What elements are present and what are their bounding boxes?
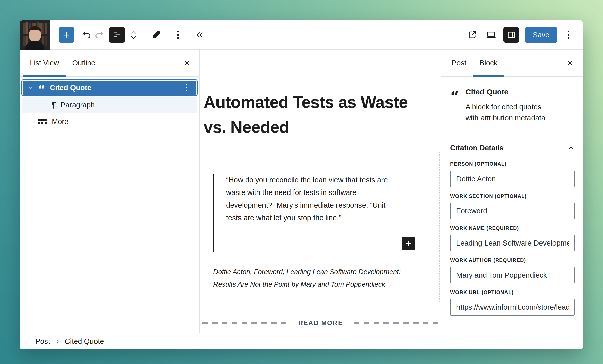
read-more-block[interactable]: READ MORE xyxy=(202,319,439,327)
undo-button[interactable] xyxy=(80,27,93,43)
post-title[interactable]: Automated Tests as Waste vs. Needed xyxy=(204,90,440,140)
block-info-card: “ Cited Quote A block for cited quotes w… xyxy=(441,77,583,135)
breadcrumb-post[interactable]: Post xyxy=(35,337,50,346)
read-more-dashes-right xyxy=(354,322,439,324)
close-sidebar-button[interactable] xyxy=(564,55,576,71)
block-tree: “ Cited Quote ¶ Paragraph More xyxy=(20,77,199,129)
citation-text[interactable]: Dottie Acton, Foreword, Leading Lean Sof… xyxy=(213,265,429,291)
breadcrumb-bar: Post › Cited Quote xyxy=(20,333,583,349)
list-view-icon xyxy=(112,30,122,40)
close-list-view-button[interactable] xyxy=(181,55,193,71)
paragraph-icon: ¶ xyxy=(52,100,56,110)
toolbar-separator xyxy=(188,28,188,42)
toolbar-separator xyxy=(145,28,145,42)
undo-icon xyxy=(82,30,92,40)
avatar-photo xyxy=(20,20,50,50)
tree-item-options-button[interactable] xyxy=(181,80,192,95)
field-label: WORK SECTION (OPTIONAL) xyxy=(450,193,575,199)
tab-block[interactable]: Block xyxy=(473,50,504,76)
move-up-icon xyxy=(130,30,137,34)
citation-details-panel-header[interactable]: Citation Details xyxy=(441,135,583,155)
tab-post[interactable]: Post xyxy=(445,50,473,76)
tree-item-more[interactable]: More xyxy=(22,114,197,129)
pencil-icon xyxy=(151,30,161,40)
toolbar-left-group: + xyxy=(50,27,206,43)
tree-item-label: Cited Quote xyxy=(50,84,91,92)
blockquote[interactable]: “How do you reconcile the lean view that… xyxy=(213,174,429,252)
breadcrumb-chevron-icon: › xyxy=(56,336,59,346)
edit-mode-button[interactable] xyxy=(150,27,162,43)
work-author-input[interactable] xyxy=(450,267,575,283)
sidebar-tabs: Post Block xyxy=(441,50,583,77)
tab-outline[interactable]: Outline xyxy=(66,50,102,76)
plus-icon: + xyxy=(63,29,70,41)
quote-text[interactable]: “How do you reconcile the lean view that… xyxy=(226,174,429,224)
editor-canvas[interactable]: Automated Tests as Waste vs. Needed “How… xyxy=(200,50,441,333)
external-link-icon xyxy=(467,30,477,40)
field-person: PERSON (OPTIONAL) xyxy=(450,161,575,187)
field-label: PERSON (OPTIONAL) xyxy=(450,161,575,167)
block-mover[interactable] xyxy=(127,27,140,43)
person-input[interactable] xyxy=(450,171,575,187)
top-toolbar: + xyxy=(20,20,583,50)
field-label: WORK NAME (REQUIRED) xyxy=(450,225,575,231)
field-label: WORK AUTHOR (REQUIRED) xyxy=(450,257,575,263)
list-view-panel: List View Outline “ Cited Quote ¶ Pa xyxy=(20,50,200,333)
field-work-url: WORK URL (OPTIONAL) xyxy=(450,289,575,316)
tree-item-cited-quote[interactable]: “ Cited Quote xyxy=(22,80,197,95)
chevron-up-icon xyxy=(567,143,575,152)
expander-chevron-down-icon[interactable] xyxy=(27,86,34,90)
block-card-title: Cited Quote xyxy=(466,88,545,96)
list-view-tabs: List View Outline xyxy=(20,50,199,77)
chevron-down-icon xyxy=(27,86,33,90)
redo-button[interactable] xyxy=(93,27,106,43)
close-icon xyxy=(566,59,574,67)
quote-block-icon: “ xyxy=(450,89,460,125)
citation-fields: PERSON (OPTIONAL) WORK SECTION (OPTIONAL… xyxy=(441,155,583,316)
field-work-author: WORK AUTHOR (REQUIRED) xyxy=(450,257,575,283)
move-down-icon xyxy=(130,36,137,40)
plus-icon: + xyxy=(406,238,411,248)
tree-item-label: Paragraph xyxy=(61,101,95,109)
settings-sidebar: Post Block “ Cited Quote A block for cit… xyxy=(441,50,583,333)
field-work-name: WORK NAME (REQUIRED) xyxy=(450,225,575,251)
sidebar-panel-icon xyxy=(506,30,516,40)
toolbar-separator xyxy=(167,28,167,42)
tree-item-label: More xyxy=(52,117,68,126)
double-chevron-left-icon xyxy=(195,30,204,40)
settings-sidebar-toggle[interactable] xyxy=(503,27,519,43)
preview-button[interactable] xyxy=(485,27,497,43)
tab-list-view[interactable]: List View xyxy=(23,50,66,76)
tree-item-paragraph[interactable]: ¶ Paragraph xyxy=(22,97,197,113)
breadcrumb-cited-quote[interactable]: Cited Quote xyxy=(65,337,104,346)
work-url-input[interactable] xyxy=(450,299,575,316)
block-options-button[interactable] xyxy=(172,27,183,43)
work-section-input[interactable] xyxy=(450,203,575,219)
laptop-icon xyxy=(486,30,496,40)
close-icon xyxy=(183,59,191,67)
read-more-label: READ MORE xyxy=(298,319,343,327)
block-card-description: A block for cited quotes with attributio… xyxy=(466,101,545,124)
panel-title: Citation Details xyxy=(450,144,503,152)
site-avatar[interactable] xyxy=(20,20,50,50)
more-block-icon xyxy=(38,119,47,124)
field-work-section: WORK SECTION (OPTIONAL) xyxy=(450,193,575,219)
toolbar-right-group: Save xyxy=(466,27,583,43)
editor-window: + xyxy=(20,20,583,349)
editor-main: List View Outline “ Cited Quote ¶ Pa xyxy=(20,50,583,333)
collapse-toolbar-button[interactable] xyxy=(193,27,206,43)
cited-quote-block[interactable]: “How do you reconcile the lean view that… xyxy=(202,151,440,303)
redo-icon xyxy=(94,30,104,40)
view-post-button[interactable] xyxy=(466,27,479,43)
inline-inserter-button[interactable]: + xyxy=(402,237,415,250)
block-inserter-button[interactable]: + xyxy=(59,27,74,43)
more-options-button[interactable] xyxy=(563,27,574,43)
read-more-dashes-left xyxy=(202,322,287,324)
document-overview-button[interactable] xyxy=(109,27,125,43)
save-button[interactable]: Save xyxy=(525,27,557,43)
quote-block-icon: “ xyxy=(38,84,45,95)
work-name-input[interactable] xyxy=(450,235,575,251)
field-label: WORK URL (OPTIONAL) xyxy=(450,289,575,295)
